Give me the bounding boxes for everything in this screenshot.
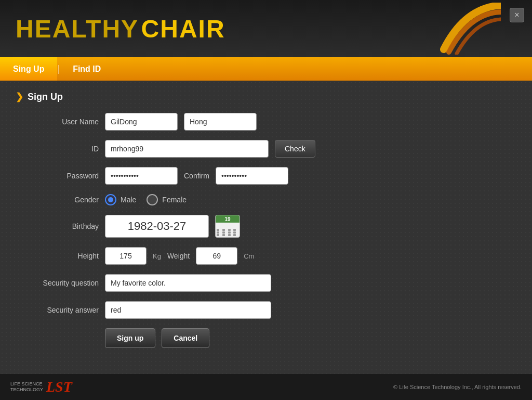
section-title: Sign Up bbox=[28, 92, 63, 102]
birthday-input[interactable] bbox=[105, 215, 209, 238]
section-header: ❯ Sign Up bbox=[16, 91, 516, 102]
security-question-input[interactable] bbox=[105, 274, 271, 292]
height-unit: Kg bbox=[153, 252, 161, 260]
id-input[interactable] bbox=[105, 140, 269, 158]
id-label: ID bbox=[31, 145, 99, 153]
nav-item-singup[interactable]: Sing Up bbox=[0, 57, 57, 81]
section-arrow-icon: ❯ bbox=[16, 91, 23, 102]
username-label: User Name bbox=[31, 118, 99, 126]
main-content: ❯ Sign Up User Name ID Check Password Co… bbox=[0, 81, 532, 393]
security-question-label: Security question bbox=[31, 279, 99, 287]
signup-form: User Name ID Check Password Confirm Gend… bbox=[16, 113, 516, 348]
security-answer-label: Security answer bbox=[31, 306, 99, 314]
lastname-input[interactable] bbox=[184, 113, 257, 131]
weight-label: Weight bbox=[167, 252, 190, 260]
gender-label: Gender bbox=[31, 196, 99, 204]
logo-text: LIFE SCIENCE TECHNOLOGY bbox=[10, 381, 43, 393]
birthday-row: Birthday 19 bbox=[31, 215, 516, 238]
nav-findid-label: Find ID bbox=[73, 64, 101, 74]
password-input[interactable] bbox=[105, 167, 178, 185]
lst-logo-icon: LST bbox=[46, 379, 72, 395]
footer: LIFE SCIENCE TECHNOLOGY LST © Life Scien… bbox=[0, 374, 532, 400]
password-row: Password Confirm bbox=[31, 167, 516, 185]
weight-unit: Cm bbox=[244, 252, 254, 260]
calendar-button[interactable]: 19 bbox=[215, 215, 240, 238]
swoosh-decoration bbox=[433, 3, 501, 55]
header: HEALTHY CHAIR bbox=[0, 0, 532, 57]
confirm-label: Confirm bbox=[184, 172, 209, 180]
cancel-button[interactable]: Cancel bbox=[162, 328, 209, 348]
confirm-input[interactable] bbox=[216, 167, 288, 185]
weight-input[interactable] bbox=[196, 247, 237, 265]
height-input[interactable] bbox=[105, 247, 147, 265]
footer-logo: LIFE SCIENCE TECHNOLOGY LST bbox=[10, 379, 72, 395]
female-radio-btn[interactable] bbox=[147, 194, 158, 205]
password-label: Password bbox=[31, 172, 99, 180]
height-weight-row: Height Kg Weight Cm bbox=[31, 247, 516, 265]
gender-male-option[interactable]: Male bbox=[105, 194, 136, 205]
female-label: Female bbox=[162, 196, 187, 204]
calendar-day: 19 bbox=[216, 215, 240, 223]
close-icon: × bbox=[514, 10, 519, 20]
security-question-row: Security question bbox=[31, 274, 516, 292]
title-chair: CHAIR bbox=[141, 15, 225, 43]
male-radio-dot bbox=[108, 197, 113, 202]
footer-copyright: © Life Science Technology Inc., All righ… bbox=[393, 384, 522, 390]
check-button[interactable]: Check bbox=[275, 140, 315, 158]
height-label: Height bbox=[31, 252, 99, 260]
birthday-label: Birthday bbox=[31, 222, 99, 230]
id-row: ID Check bbox=[31, 140, 516, 158]
male-label: Male bbox=[121, 196, 136, 204]
app-title: HEALTHY CHAIR bbox=[16, 15, 225, 43]
close-button[interactable]: × bbox=[510, 8, 524, 22]
nav-item-findid[interactable]: Find ID bbox=[60, 57, 114, 81]
firstname-input[interactable] bbox=[105, 113, 178, 131]
calendar-grid bbox=[217, 229, 238, 236]
action-buttons-row: Sign up Cancel bbox=[31, 328, 516, 348]
gender-row: Gender Male Female bbox=[31, 194, 516, 205]
navbar: Sing Up | Find ID bbox=[0, 57, 532, 81]
male-radio-btn[interactable] bbox=[105, 194, 116, 205]
gender-radio-group: Male Female bbox=[105, 194, 187, 205]
signup-button[interactable]: Sign up bbox=[105, 328, 155, 348]
gender-female-option[interactable]: Female bbox=[147, 194, 187, 205]
username-row: User Name bbox=[31, 113, 516, 131]
title-healthy: HEALTHY bbox=[16, 15, 139, 43]
nav-singup-label: Sing Up bbox=[13, 64, 44, 74]
security-answer-input[interactable] bbox=[105, 301, 271, 319]
security-answer-row: Security answer bbox=[31, 301, 516, 319]
